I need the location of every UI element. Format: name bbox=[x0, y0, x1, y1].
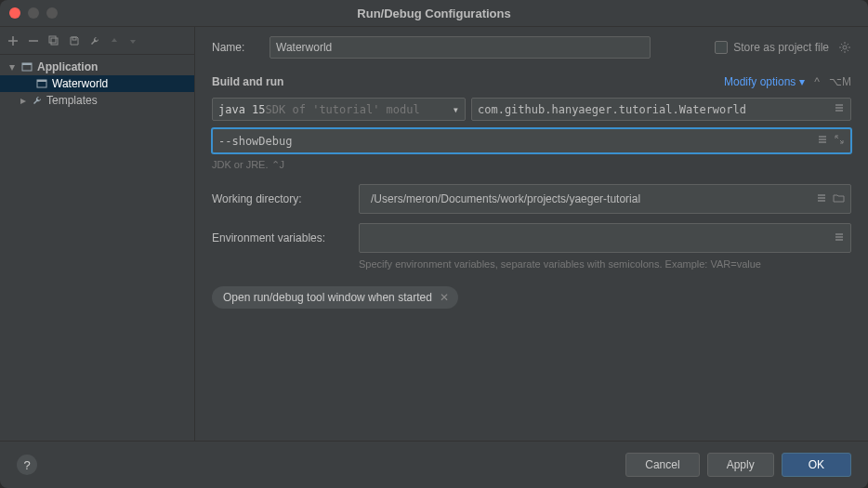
svg-rect-2 bbox=[72, 37, 76, 40]
name-input[interactable] bbox=[270, 36, 651, 59]
apply-button[interactable]: Apply bbox=[707, 453, 774, 477]
dialog-body: ▾ Application Waterworld ▸ Templates Nam… bbox=[0, 26, 868, 441]
tree-label: Waterworld bbox=[52, 77, 108, 90]
env-variables-label: Environment variables: bbox=[212, 231, 359, 244]
config-tree: ▾ Application Waterworld ▸ Templates bbox=[0, 55, 194, 441]
main-panel: Name: Store as project file Build and ru… bbox=[195, 27, 868, 441]
copy-icon[interactable] bbox=[48, 35, 59, 46]
folder-icon[interactable] bbox=[833, 192, 845, 206]
env-hint: Specify environment variables, separate … bbox=[359, 258, 851, 270]
expand-icon[interactable] bbox=[834, 134, 845, 148]
wrench-icon[interactable] bbox=[89, 35, 100, 46]
chevron-right-icon: ▸ bbox=[19, 94, 28, 107]
close-window-icon[interactable] bbox=[9, 7, 20, 19]
ok-button[interactable]: OK bbox=[782, 453, 851, 477]
run-debug-config-window: Run/Debug Configurations ▾ Application bbox=[0, 0, 868, 488]
minimize-window-icon[interactable] bbox=[28, 7, 39, 19]
main-class-input[interactable]: com.github.hanyaeger.tutorial.Waterworld bbox=[471, 98, 851, 121]
chevron-down-icon: ▾ bbox=[7, 60, 17, 73]
store-as-project-label: Store as project file bbox=[733, 41, 829, 54]
svg-rect-0 bbox=[51, 38, 58, 45]
list-icon[interactable] bbox=[816, 192, 827, 206]
move-up-icon[interactable] bbox=[110, 36, 119, 46]
gear-icon[interactable] bbox=[838, 41, 851, 54]
window-controls bbox=[9, 7, 58, 19]
list-icon[interactable] bbox=[834, 102, 845, 116]
dropdown-arrow-icon: ▾ bbox=[453, 103, 459, 116]
remove-icon[interactable] bbox=[28, 35, 39, 46]
tree-node-application[interactable]: ▾ Application bbox=[0, 59, 194, 75]
open-tool-window-chip[interactable]: Open run/debug tool window when started … bbox=[212, 286, 458, 309]
add-icon[interactable] bbox=[7, 35, 19, 46]
application-icon bbox=[20, 60, 33, 73]
svg-rect-6 bbox=[37, 80, 46, 82]
svg-rect-4 bbox=[22, 63, 32, 65]
maximize-window-icon[interactable] bbox=[46, 7, 58, 19]
working-directory-label: Working directory: bbox=[212, 192, 359, 205]
env-variables-input[interactable] bbox=[359, 223, 851, 253]
jdk-hint: JDK or JRE. ⌃J bbox=[212, 159, 851, 171]
save-icon[interactable] bbox=[69, 35, 80, 46]
help-button[interactable]: ? bbox=[17, 455, 37, 475]
tree-node-waterworld[interactable]: Waterworld bbox=[0, 75, 194, 92]
build-run-section-title: Build and run bbox=[212, 75, 283, 88]
window-title: Run/Debug Configurations bbox=[0, 7, 868, 20]
dialog-footer: ? Cancel Apply OK bbox=[0, 441, 868, 488]
sidebar-toolbar bbox=[0, 27, 194, 55]
chevron-down-icon: ▾ bbox=[799, 75, 805, 88]
application-icon bbox=[35, 77, 48, 90]
program-arguments-input[interactable]: --showDebug bbox=[212, 128, 851, 153]
wrench-icon bbox=[32, 95, 43, 106]
jdk-select[interactable]: java 15 SDK of 'tutorial' modul ▾ bbox=[212, 98, 466, 121]
cancel-button[interactable]: Cancel bbox=[625, 453, 699, 477]
chevron-up-icon: ^ bbox=[814, 75, 820, 88]
list-icon[interactable] bbox=[817, 134, 828, 148]
move-down-icon[interactable] bbox=[128, 36, 138, 46]
titlebar: Run/Debug Configurations bbox=[0, 0, 868, 26]
tree-label: Templates bbox=[46, 94, 98, 107]
list-icon[interactable] bbox=[834, 231, 845, 245]
sidebar: ▾ Application Waterworld ▸ Templates bbox=[0, 27, 195, 441]
store-as-project-checkbox[interactable] bbox=[715, 41, 728, 54]
close-icon[interactable]: ✕ bbox=[440, 291, 449, 304]
working-directory-input[interactable] bbox=[359, 184, 851, 214]
modify-options-link[interactable]: Modify options ▾ ^⌥M bbox=[724, 75, 851, 88]
tree-label: Application bbox=[37, 60, 98, 73]
svg-rect-1 bbox=[49, 36, 56, 43]
tree-node-templates[interactable]: ▸ Templates bbox=[0, 92, 194, 109]
name-label: Name: bbox=[212, 41, 260, 54]
svg-point-7 bbox=[843, 46, 847, 49]
